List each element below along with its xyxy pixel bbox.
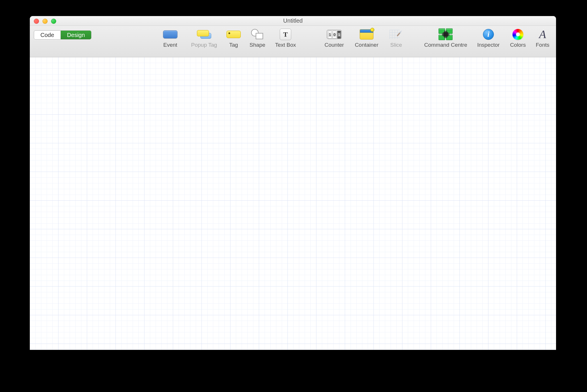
slice-tool: Slice: [386, 29, 406, 48]
minimize-window-button[interactable]: [42, 19, 48, 24]
container-icon: [360, 29, 373, 40]
toolbar-group-insert: Event Popup Tag Tag Shape T Text Box: [157, 29, 298, 48]
text-box-tool[interactable]: T Text Box: [273, 29, 298, 48]
colors-button[interactable]: Colors: [507, 29, 529, 48]
popup-tag-label: Popup Tag: [191, 42, 217, 48]
app-window: Untitled Code Design Event Popup Tag Tag…: [30, 16, 556, 350]
zoom-window-button[interactable]: [51, 19, 56, 24]
toolbar-group-panels: Command Centre i Inspector Colors A Font…: [421, 29, 552, 48]
text-box-label: Text Box: [275, 42, 296, 48]
inspector-label: Inspector: [477, 42, 500, 48]
tag-tool[interactable]: Tag: [225, 29, 242, 48]
counter-label: Counter: [324, 42, 344, 48]
shape-label: Shape: [250, 42, 265, 48]
slice-label: Slice: [390, 42, 402, 48]
container-tool[interactable]: Container: [352, 29, 381, 48]
tag-label: Tag: [229, 42, 238, 48]
design-canvas[interactable]: [30, 57, 556, 350]
toolbar: Code Design Event Popup Tag Tag Shape T: [30, 26, 556, 57]
command-centre-label: Command Centre: [424, 42, 467, 48]
window-title: Untitled: [283, 17, 303, 24]
command-centre-icon: [439, 28, 453, 40]
command-centre-button[interactable]: Command Centre: [421, 29, 470, 48]
fonts-label: Fonts: [536, 42, 549, 48]
titlebar: Untitled: [30, 16, 556, 26]
event-label: Event: [163, 42, 177, 48]
design-view-button[interactable]: Design: [60, 31, 91, 39]
colors-icon: [512, 29, 523, 40]
counter-tool[interactable]: 1 0 1 Counter: [321, 29, 347, 48]
toolbar-group-objects: 1 0 1 Counter Container Slice: [321, 29, 406, 48]
inspector-icon: i: [483, 29, 494, 40]
close-window-button[interactable]: [34, 19, 39, 24]
view-mode-toggle: Code Design: [34, 30, 91, 40]
popup-tag-tool: Popup Tag: [188, 29, 220, 48]
counter-icon: 1 0 1: [327, 30, 342, 39]
inspector-button[interactable]: i Inspector: [474, 29, 503, 48]
colors-label: Colors: [510, 42, 526, 48]
container-label: Container: [355, 42, 378, 48]
tag-icon: [226, 31, 241, 38]
code-view-button[interactable]: Code: [34, 31, 60, 39]
fonts-button[interactable]: A Fonts: [533, 29, 552, 48]
shape-tool[interactable]: Shape: [247, 29, 267, 48]
fonts-icon: A: [539, 29, 546, 40]
popup-tag-icon: [197, 30, 211, 39]
window-controls: [34, 19, 56, 24]
event-tool[interactable]: Event: [157, 29, 183, 48]
shape-icon: [251, 29, 264, 40]
event-icon: [163, 30, 177, 38]
slice-icon: [390, 29, 403, 40]
text-box-icon: T: [280, 29, 291, 40]
